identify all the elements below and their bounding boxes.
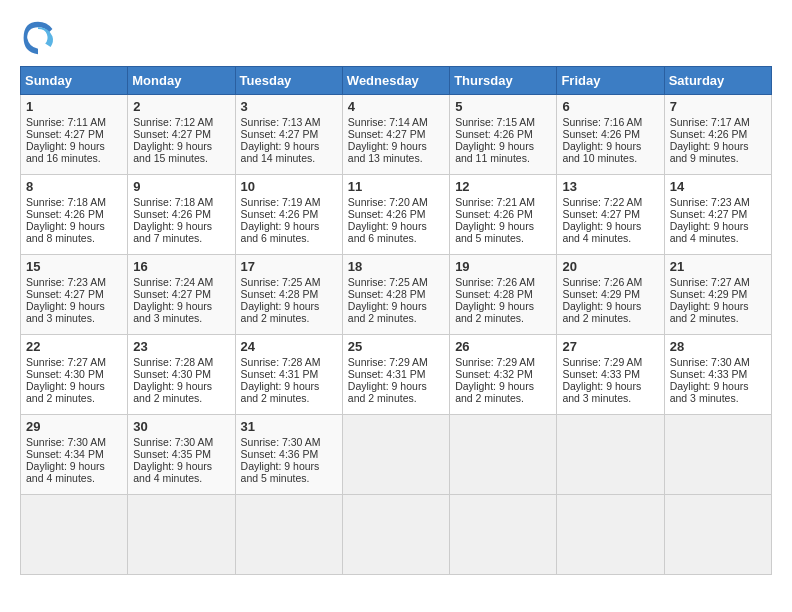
calendar-cell: 22Sunrise: 7:27 AMSunset: 4:30 PMDayligh… [21,335,128,415]
daylight-text: Daylight: 9 hours and 2 minutes. [455,380,534,404]
daylight-text: Daylight: 9 hours and 4 minutes. [133,460,212,484]
logo-icon [20,20,56,56]
calendar-cell: 29Sunrise: 7:30 AMSunset: 4:34 PMDayligh… [21,415,128,495]
page-header [20,20,772,56]
daylight-text: Daylight: 9 hours and 3 minutes. [670,380,749,404]
calendar-cell: 16Sunrise: 7:24 AMSunset: 4:27 PMDayligh… [128,255,235,335]
calendar-cell: 19Sunrise: 7:26 AMSunset: 4:28 PMDayligh… [450,255,557,335]
day-number: 23 [133,339,229,354]
sunrise-text: Sunrise: 7:24 AM [133,276,213,288]
day-number: 1 [26,99,122,114]
header-wednesday: Wednesday [342,67,449,95]
day-number: 6 [562,99,658,114]
calendar-cell: 10Sunrise: 7:19 AMSunset: 4:26 PMDayligh… [235,175,342,255]
sunrise-text: Sunrise: 7:30 AM [26,436,106,448]
sunset-text: Sunset: 4:26 PM [670,128,748,140]
daylight-text: Daylight: 9 hours and 15 minutes. [133,140,212,164]
sunrise-text: Sunrise: 7:19 AM [241,196,321,208]
daylight-text: Daylight: 9 hours and 6 minutes. [348,220,427,244]
calendar-week-row: 1Sunrise: 7:11 AMSunset: 4:27 PMDaylight… [21,95,772,175]
sunset-text: Sunset: 4:27 PM [348,128,426,140]
sunrise-text: Sunrise: 7:26 AM [562,276,642,288]
sunrise-text: Sunrise: 7:30 AM [241,436,321,448]
day-number: 7 [670,99,766,114]
sunrise-text: Sunrise: 7:20 AM [348,196,428,208]
calendar-cell [664,495,771,575]
calendar-week-row [21,495,772,575]
sunset-text: Sunset: 4:28 PM [241,288,319,300]
daylight-text: Daylight: 9 hours and 13 minutes. [348,140,427,164]
sunrise-text: Sunrise: 7:28 AM [133,356,213,368]
day-number: 22 [26,339,122,354]
daylight-text: Daylight: 9 hours and 3 minutes. [562,380,641,404]
daylight-text: Daylight: 9 hours and 16 minutes. [26,140,105,164]
daylight-text: Daylight: 9 hours and 3 minutes. [26,300,105,324]
header-tuesday: Tuesday [235,67,342,95]
daylight-text: Daylight: 9 hours and 2 minutes. [133,380,212,404]
calendar-cell: 28Sunrise: 7:30 AMSunset: 4:33 PMDayligh… [664,335,771,415]
calendar-cell: 1Sunrise: 7:11 AMSunset: 4:27 PMDaylight… [21,95,128,175]
calendar-week-row: 8Sunrise: 7:18 AMSunset: 4:26 PMDaylight… [21,175,772,255]
sunset-text: Sunset: 4:27 PM [133,128,211,140]
sunrise-text: Sunrise: 7:29 AM [455,356,535,368]
sunrise-text: Sunrise: 7:22 AM [562,196,642,208]
sunrise-text: Sunrise: 7:29 AM [348,356,428,368]
daylight-text: Daylight: 9 hours and 2 minutes. [670,300,749,324]
sunset-text: Sunset: 4:27 PM [670,208,748,220]
day-number: 9 [133,179,229,194]
sunrise-text: Sunrise: 7:13 AM [241,116,321,128]
calendar-cell [128,495,235,575]
calendar-cell: 15Sunrise: 7:23 AMSunset: 4:27 PMDayligh… [21,255,128,335]
day-number: 15 [26,259,122,274]
calendar-cell: 27Sunrise: 7:29 AMSunset: 4:33 PMDayligh… [557,335,664,415]
sunset-text: Sunset: 4:32 PM [455,368,533,380]
calendar-cell: 17Sunrise: 7:25 AMSunset: 4:28 PMDayligh… [235,255,342,335]
calendar-cell [21,495,128,575]
day-number: 26 [455,339,551,354]
calendar-header-row: SundayMondayTuesdayWednesdayThursdayFrid… [21,67,772,95]
header-friday: Friday [557,67,664,95]
daylight-text: Daylight: 9 hours and 4 minutes. [26,460,105,484]
day-number: 3 [241,99,337,114]
calendar-cell: 2Sunrise: 7:12 AMSunset: 4:27 PMDaylight… [128,95,235,175]
sunrise-text: Sunrise: 7:30 AM [670,356,750,368]
calendar-cell: 8Sunrise: 7:18 AMSunset: 4:26 PMDaylight… [21,175,128,255]
day-number: 5 [455,99,551,114]
sunset-text: Sunset: 4:35 PM [133,448,211,460]
day-number: 24 [241,339,337,354]
calendar-cell: 6Sunrise: 7:16 AMSunset: 4:26 PMDaylight… [557,95,664,175]
day-number: 8 [26,179,122,194]
day-number: 27 [562,339,658,354]
calendar-week-row: 22Sunrise: 7:27 AMSunset: 4:30 PMDayligh… [21,335,772,415]
sunset-text: Sunset: 4:28 PM [455,288,533,300]
sunrise-text: Sunrise: 7:21 AM [455,196,535,208]
sunrise-text: Sunrise: 7:29 AM [562,356,642,368]
daylight-text: Daylight: 9 hours and 4 minutes. [670,220,749,244]
calendar-cell [342,415,449,495]
sunrise-text: Sunrise: 7:11 AM [26,116,106,128]
sunrise-text: Sunrise: 7:27 AM [670,276,750,288]
header-thursday: Thursday [450,67,557,95]
calendar-week-row: 15Sunrise: 7:23 AMSunset: 4:27 PMDayligh… [21,255,772,335]
sunrise-text: Sunrise: 7:28 AM [241,356,321,368]
calendar-cell [557,495,664,575]
calendar-cell [342,495,449,575]
sunrise-text: Sunrise: 7:27 AM [26,356,106,368]
day-number: 31 [241,419,337,434]
sunrise-text: Sunrise: 7:25 AM [348,276,428,288]
calendar-cell [450,415,557,495]
sunset-text: Sunset: 4:30 PM [26,368,104,380]
header-saturday: Saturday [664,67,771,95]
daylight-text: Daylight: 9 hours and 3 minutes. [133,300,212,324]
daylight-text: Daylight: 9 hours and 14 minutes. [241,140,320,164]
calendar-cell [557,415,664,495]
calendar-table: SundayMondayTuesdayWednesdayThursdayFrid… [20,66,772,575]
sunrise-text: Sunrise: 7:15 AM [455,116,535,128]
sunrise-text: Sunrise: 7:26 AM [455,276,535,288]
sunrise-text: Sunrise: 7:25 AM [241,276,321,288]
day-number: 10 [241,179,337,194]
sunrise-text: Sunrise: 7:14 AM [348,116,428,128]
calendar-cell: 20Sunrise: 7:26 AMSunset: 4:29 PMDayligh… [557,255,664,335]
calendar-cell: 4Sunrise: 7:14 AMSunset: 4:27 PMDaylight… [342,95,449,175]
day-number: 17 [241,259,337,274]
